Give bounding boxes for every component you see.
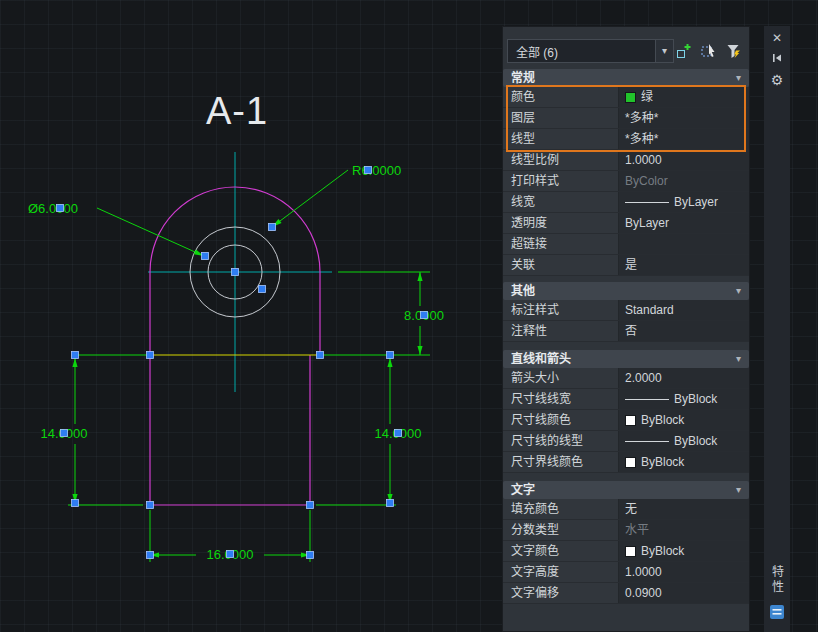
toggle-pickadd-icon[interactable] — [674, 42, 693, 61]
property-row-associative[interactable]: 关联 是 — [503, 255, 749, 276]
property-row-dimline-color[interactable]: 尺寸线颜色 ByBlock — [503, 410, 749, 431]
linetype-preview — [625, 441, 669, 442]
auto-hide-icon[interactable] — [770, 51, 784, 66]
properties-palette: 全部 (6) ▾ — [502, 26, 750, 632]
chevron-down-icon[interactable]: ▾ — [655, 40, 673, 62]
palette-toolbar — [674, 42, 743, 61]
property-row-layer[interactable]: 图层 *多种* — [503, 108, 749, 129]
property-row-linetype-scale[interactable]: 线型比例 1.0000 — [503, 150, 749, 171]
property-row-text-color[interactable]: 文字颜色 ByBlock — [503, 541, 749, 562]
dimension-diameter-leader[interactable]: Ø6.0000 — [28, 201, 205, 258]
color-swatch-white — [625, 546, 636, 557]
color-swatch-green — [625, 92, 636, 103]
property-row-linetype[interactable]: 线型 *多种* — [503, 129, 749, 150]
property-row-annotative[interactable]: 注释性 否 — [503, 321, 749, 342]
svg-text:R6.0000: R6.0000 — [352, 163, 401, 178]
select-objects-icon[interactable] — [699, 42, 718, 61]
dimension-height-8[interactable]: 8.0000 — [338, 272, 444, 355]
chevron-icon[interactable]: ▾ — [736, 69, 741, 87]
property-row-dimline-lineweight[interactable]: 尺寸线线宽 ByBlock — [503, 389, 749, 410]
autocad-workspace: A-1 — [0, 0, 818, 632]
property-row-dimline-linetype[interactable]: 尺寸线的线型 ByBlock — [503, 431, 749, 452]
property-row-text-offset[interactable]: 文字偏移 0.0900 — [503, 583, 749, 604]
property-row-fill-color[interactable]: 填充颜色 无 — [503, 499, 749, 520]
property-row-text-height[interactable]: 文字高度 1.0000 — [503, 562, 749, 583]
property-row-hyperlink[interactable]: 超链接 — [503, 234, 749, 255]
selection-filter-dropdown[interactable]: 全部 (6) ▾ — [507, 39, 674, 63]
gear-icon[interactable]: ⚙ — [771, 71, 784, 89]
property-row-lineweight[interactable]: 线宽 ByLayer — [503, 192, 749, 213]
property-row-color[interactable]: 颜色 绿 — [503, 87, 749, 108]
property-row-dim-style[interactable]: 标注样式 Standard — [503, 300, 749, 321]
svg-text:Ø6.0000: Ø6.0000 — [28, 201, 78, 216]
property-row-extline-color[interactable]: 尺寸界线颜色 ByBlock — [503, 452, 749, 473]
chevron-icon[interactable]: ▾ — [736, 481, 741, 499]
color-swatch-white — [625, 415, 636, 426]
palette-properties-icon[interactable] — [769, 604, 785, 624]
property-row-fraction-type[interactable]: 分数类型 水平 — [503, 520, 749, 541]
selection-filter-row: 全部 (6) ▾ — [507, 39, 745, 63]
palette-title: 特性 — [769, 565, 786, 595]
centerlines[interactable] — [148, 152, 332, 392]
section-header-general[interactable]: 常规 ▾ — [503, 69, 749, 87]
close-icon[interactable]: ✕ — [772, 31, 782, 46]
drawing-svg: A-1 — [0, 0, 500, 632]
dimension-radius-leader[interactable]: R6.0000 — [270, 163, 401, 229]
section-header-text[interactable]: 文字 ▾ — [503, 481, 749, 499]
drawing-title-text[interactable]: A-1 — [206, 90, 268, 132]
palette-titlebar[interactable]: ✕ ⚙ 特性 — [764, 26, 790, 632]
lineweight-preview — [625, 399, 669, 400]
section-header-misc[interactable]: 其他 ▾ — [503, 282, 749, 300]
selection-grips[interactable] — [57, 167, 428, 559]
chevron-icon[interactable]: ▾ — [736, 350, 741, 368]
section-header-lines-arrows[interactable]: 直线和箭头 ▾ — [503, 350, 749, 368]
quick-select-icon[interactable] — [724, 42, 743, 61]
lineweight-preview — [625, 202, 669, 203]
property-row-transparency[interactable]: 透明度 ByLayer — [503, 213, 749, 234]
color-swatch-white — [625, 457, 636, 468]
chevron-icon[interactable]: ▾ — [736, 282, 741, 300]
dimension-right-14[interactable]: 14.0000 — [316, 358, 422, 505]
property-row-plot-style[interactable]: 打印样式 ByColor — [503, 171, 749, 192]
property-row-arrow-size[interactable]: 箭头大小 2.0000 — [503, 368, 749, 389]
selection-filter-value: 全部 (6) — [516, 43, 558, 60]
dimension-left-14[interactable]: 14.0000 — [41, 358, 144, 505]
